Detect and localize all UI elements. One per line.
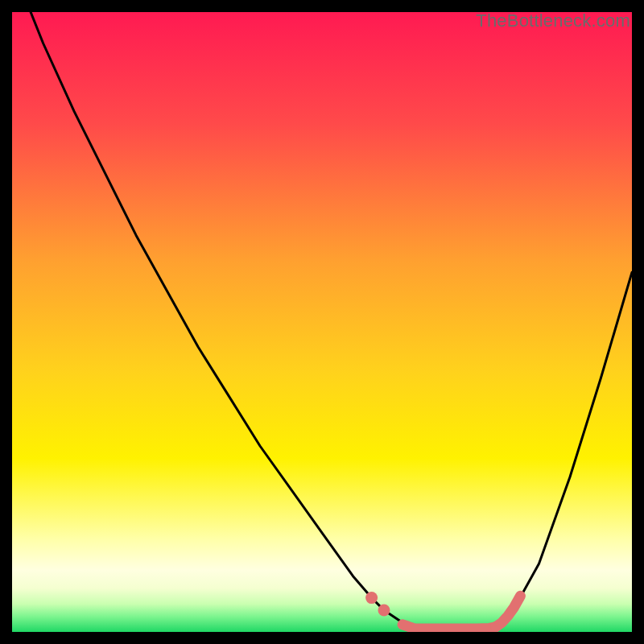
bottleneck-chart — [12, 12, 632, 632]
chart-frame: TheBottleneck.com — [12, 12, 632, 632]
gradient-background — [12, 12, 632, 632]
highlight-dot — [378, 605, 390, 617]
watermark-text: TheBottleneck.com — [476, 10, 630, 31]
highlight-dot — [365, 592, 378, 604]
highlight-flat-segment — [402, 625, 495, 629]
